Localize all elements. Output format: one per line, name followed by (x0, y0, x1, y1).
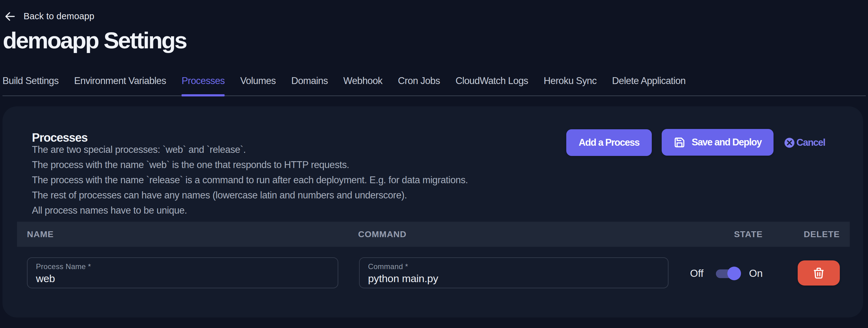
tab-processes[interactable]: Processes (182, 73, 225, 95)
description-line: The are two special processes: `web` and… (32, 142, 468, 157)
floppy-save-icon (674, 137, 685, 148)
processes-description: The are two special processes: `web` and… (32, 142, 468, 218)
tab-delete-application[interactable]: Delete Application (612, 73, 686, 95)
description-line: The rest of processes can have any names… (32, 187, 468, 203)
process-name-input-label: Process Name * (36, 262, 91, 271)
tab-cloudwatch-logs[interactable]: CloudWatch Logs (455, 73, 528, 95)
trash-icon (812, 267, 825, 280)
tab-domains[interactable]: Domains (291, 73, 328, 95)
tab-webhook[interactable]: Webhook (343, 73, 382, 95)
state-toggle[interactable] (716, 267, 741, 280)
command-input[interactable]: Command * python main.py (359, 257, 669, 288)
process-table-header: NAME COMMAND STATE DELETE (17, 222, 850, 247)
column-header-name: NAME (27, 230, 54, 239)
arrow-left-icon (5, 11, 15, 21)
column-header-command: COMMAND (358, 230, 406, 239)
process-name-input[interactable]: Process Name * web (27, 257, 338, 288)
back-link-label: Back to demoapp (24, 11, 94, 21)
toggle-knob (727, 267, 741, 280)
description-line: The process with the name `web` is the o… (32, 157, 468, 172)
tab-cron-jobs[interactable]: Cron Jobs (398, 73, 440, 95)
add-process-button[interactable]: Add a Process (566, 129, 652, 156)
page-title: demoapp Settings (3, 28, 186, 53)
cancel-button-label: Cancel (797, 137, 825, 148)
save-and-deploy-button[interactable]: Save and Deploy (662, 129, 774, 156)
description-line: The process with the name `release` is a… (32, 172, 468, 187)
cancel-circle-x-icon (784, 137, 795, 148)
command-input-value: python main.py (368, 272, 438, 285)
column-header-state: STATE (734, 230, 763, 239)
delete-process-button[interactable] (798, 261, 840, 286)
tab-bar: Build Settings Environment Variables Pro… (2, 73, 866, 96)
tab-build-settings[interactable]: Build Settings (2, 73, 59, 95)
state-off-label: Off (690, 268, 704, 279)
save-and-deploy-button-label: Save and Deploy (692, 137, 762, 148)
tab-volumes[interactable]: Volumes (240, 73, 276, 95)
process-state-cell: Off On (678, 258, 763, 289)
command-input-label: Command * (368, 262, 408, 271)
process-name-input-value: web (36, 272, 55, 285)
back-link[interactable]: Back to demoapp (5, 11, 94, 21)
tab-environment-variables[interactable]: Environment Variables (74, 73, 166, 95)
description-line: All process names have to be unique. (32, 203, 468, 218)
state-on-label: On (749, 268, 763, 279)
app-settings-page: Back to demoapp demoapp Settings Build S… (0, 0, 868, 328)
column-header-delete: DELETE (804, 230, 840, 239)
add-process-button-label: Add a Process (579, 137, 640, 148)
cancel-button[interactable]: Cancel (784, 137, 825, 148)
tab-heroku-sync[interactable]: Heroku Sync (544, 73, 597, 95)
